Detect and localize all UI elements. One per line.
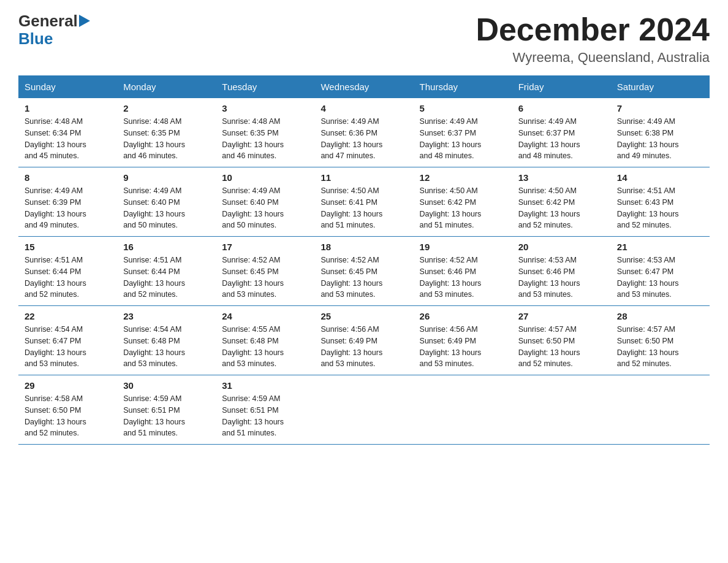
day-number: 16 bbox=[123, 242, 210, 252]
calendar-cell: 27 Sunrise: 4:57 AM Sunset: 6:50 PM Dayl… bbox=[512, 306, 611, 375]
day-info: Sunrise: 4:51 AM Sunset: 6:44 PM Dayligh… bbox=[25, 255, 111, 301]
calendar-cell bbox=[512, 375, 611, 445]
calendar-week-row: 1 Sunrise: 4:48 AM Sunset: 6:34 PM Dayli… bbox=[18, 98, 710, 167]
day-number: 20 bbox=[518, 242, 605, 252]
calendar-cell: 18 Sunrise: 4:52 AM Sunset: 6:45 PM Dayl… bbox=[314, 237, 413, 306]
calendar-cell: 20 Sunrise: 4:53 AM Sunset: 6:46 PM Dayl… bbox=[512, 237, 611, 306]
day-number: 29 bbox=[25, 380, 111, 391]
day-number: 23 bbox=[123, 311, 210, 321]
calendar-header-row: SundayMondayTuesdayWednesdayThursdayFrid… bbox=[18, 75, 710, 98]
day-number: 11 bbox=[320, 172, 407, 183]
day-number: 27 bbox=[518, 311, 605, 321]
calendar-header-friday: Friday bbox=[512, 75, 611, 98]
day-number: 24 bbox=[222, 311, 308, 321]
calendar-cell: 29 Sunrise: 4:58 AM Sunset: 6:50 PM Dayl… bbox=[18, 375, 117, 445]
day-info: Sunrise: 4:54 AM Sunset: 6:47 PM Dayligh… bbox=[25, 324, 111, 370]
day-number: 3 bbox=[222, 103, 308, 113]
day-info: Sunrise: 4:52 AM Sunset: 6:46 PM Dayligh… bbox=[420, 255, 506, 301]
calendar-cell bbox=[414, 375, 512, 445]
day-info: Sunrise: 4:53 AM Sunset: 6:47 PM Dayligh… bbox=[617, 255, 703, 301]
calendar-cell: 10 Sunrise: 4:49 AM Sunset: 6:40 PM Dayl… bbox=[216, 167, 314, 237]
calendar-cell bbox=[314, 375, 413, 445]
day-info: Sunrise: 4:48 AM Sunset: 6:35 PM Dayligh… bbox=[123, 116, 210, 162]
title-area: December 2024 Wyreema, Queensland, Austr… bbox=[476, 12, 710, 66]
calendar-cell: 1 Sunrise: 4:48 AM Sunset: 6:34 PM Dayli… bbox=[18, 98, 117, 167]
day-info: Sunrise: 4:49 AM Sunset: 6:38 PM Dayligh… bbox=[617, 116, 703, 162]
day-number: 26 bbox=[420, 311, 506, 321]
calendar-cell: 24 Sunrise: 4:55 AM Sunset: 6:48 PM Dayl… bbox=[216, 306, 314, 375]
logo-arrow-icon bbox=[79, 15, 90, 27]
location-subtitle: Wyreema, Queensland, Australia bbox=[476, 50, 710, 66]
day-number: 30 bbox=[123, 380, 210, 391]
calendar-cell: 5 Sunrise: 4:49 AM Sunset: 6:37 PM Dayli… bbox=[414, 98, 512, 167]
day-info: Sunrise: 4:49 AM Sunset: 6:40 PM Dayligh… bbox=[123, 185, 210, 231]
calendar-cell: 9 Sunrise: 4:49 AM Sunset: 6:40 PM Dayli… bbox=[117, 167, 216, 237]
calendar-body: 1 Sunrise: 4:48 AM Sunset: 6:34 PM Dayli… bbox=[18, 98, 710, 445]
calendar-cell: 6 Sunrise: 4:49 AM Sunset: 6:37 PM Dayli… bbox=[512, 98, 611, 167]
day-number: 10 bbox=[222, 172, 308, 183]
calendar-week-row: 29 Sunrise: 4:58 AM Sunset: 6:50 PM Dayl… bbox=[18, 375, 710, 445]
day-number: 21 bbox=[617, 242, 703, 252]
calendar-cell: 21 Sunrise: 4:53 AM Sunset: 6:47 PM Dayl… bbox=[611, 237, 710, 306]
day-number: 28 bbox=[617, 311, 703, 321]
calendar-cell: 8 Sunrise: 4:49 AM Sunset: 6:39 PM Dayli… bbox=[18, 167, 117, 237]
day-info: Sunrise: 4:50 AM Sunset: 6:42 PM Dayligh… bbox=[518, 185, 605, 231]
day-info: Sunrise: 4:59 AM Sunset: 6:51 PM Dayligh… bbox=[123, 393, 210, 439]
day-info: Sunrise: 4:50 AM Sunset: 6:42 PM Dayligh… bbox=[420, 185, 506, 231]
day-info: Sunrise: 4:53 AM Sunset: 6:46 PM Dayligh… bbox=[518, 255, 605, 301]
day-number: 8 bbox=[25, 172, 111, 183]
day-info: Sunrise: 4:51 AM Sunset: 6:43 PM Dayligh… bbox=[617, 185, 703, 231]
calendar-cell: 2 Sunrise: 4:48 AM Sunset: 6:35 PM Dayli… bbox=[117, 98, 216, 167]
calendar-cell: 26 Sunrise: 4:56 AM Sunset: 6:49 PM Dayl… bbox=[414, 306, 512, 375]
day-number: 25 bbox=[320, 311, 407, 321]
day-info: Sunrise: 4:56 AM Sunset: 6:49 PM Dayligh… bbox=[420, 324, 506, 370]
calendar-cell: 31 Sunrise: 4:59 AM Sunset: 6:51 PM Dayl… bbox=[216, 375, 314, 445]
calendar-cell: 17 Sunrise: 4:52 AM Sunset: 6:45 PM Dayl… bbox=[216, 237, 314, 306]
day-info: Sunrise: 4:59 AM Sunset: 6:51 PM Dayligh… bbox=[222, 393, 308, 439]
day-info: Sunrise: 4:52 AM Sunset: 6:45 PM Dayligh… bbox=[222, 255, 308, 301]
day-info: Sunrise: 4:57 AM Sunset: 6:50 PM Dayligh… bbox=[518, 324, 605, 370]
calendar-cell: 23 Sunrise: 4:54 AM Sunset: 6:48 PM Dayl… bbox=[117, 306, 216, 375]
calendar-cell: 11 Sunrise: 4:50 AM Sunset: 6:41 PM Dayl… bbox=[314, 167, 413, 237]
calendar-cell: 3 Sunrise: 4:48 AM Sunset: 6:35 PM Dayli… bbox=[216, 98, 314, 167]
day-info: Sunrise: 4:57 AM Sunset: 6:50 PM Dayligh… bbox=[617, 324, 703, 370]
day-number: 7 bbox=[617, 103, 703, 113]
day-number: 18 bbox=[320, 242, 407, 252]
day-number: 22 bbox=[25, 311, 111, 321]
day-number: 14 bbox=[617, 172, 703, 183]
day-info: Sunrise: 4:58 AM Sunset: 6:50 PM Dayligh… bbox=[25, 393, 111, 439]
month-title: December 2024 bbox=[476, 12, 710, 47]
day-info: Sunrise: 4:51 AM Sunset: 6:44 PM Dayligh… bbox=[123, 255, 210, 301]
day-info: Sunrise: 4:50 AM Sunset: 6:41 PM Dayligh… bbox=[320, 185, 407, 231]
calendar-header-wednesday: Wednesday bbox=[314, 75, 413, 98]
day-info: Sunrise: 4:48 AM Sunset: 6:35 PM Dayligh… bbox=[222, 116, 308, 162]
calendar-cell: 12 Sunrise: 4:50 AM Sunset: 6:42 PM Dayl… bbox=[414, 167, 512, 237]
day-number: 4 bbox=[320, 103, 407, 113]
logo: General Blue bbox=[18, 12, 90, 47]
day-number: 31 bbox=[222, 380, 308, 391]
day-number: 17 bbox=[222, 242, 308, 252]
day-info: Sunrise: 4:49 AM Sunset: 6:40 PM Dayligh… bbox=[222, 185, 308, 231]
calendar-header-thursday: Thursday bbox=[414, 75, 512, 98]
day-number: 5 bbox=[420, 103, 506, 113]
calendar-cell: 16 Sunrise: 4:51 AM Sunset: 6:44 PM Dayl… bbox=[117, 237, 216, 306]
logo-general-text: General bbox=[18, 12, 78, 30]
calendar-week-row: 15 Sunrise: 4:51 AM Sunset: 6:44 PM Dayl… bbox=[18, 237, 710, 306]
calendar-week-row: 8 Sunrise: 4:49 AM Sunset: 6:39 PM Dayli… bbox=[18, 167, 710, 237]
day-info: Sunrise: 4:54 AM Sunset: 6:48 PM Dayligh… bbox=[123, 324, 210, 370]
calendar-cell: 13 Sunrise: 4:50 AM Sunset: 6:42 PM Dayl… bbox=[512, 167, 611, 237]
day-info: Sunrise: 4:49 AM Sunset: 6:39 PM Dayligh… bbox=[25, 185, 111, 231]
calendar-header-sunday: Sunday bbox=[18, 75, 117, 98]
day-number: 15 bbox=[25, 242, 111, 252]
calendar-header-tuesday: Tuesday bbox=[216, 75, 314, 98]
page-header: General Blue December 2024 Wyreema, Quee… bbox=[18, 12, 710, 66]
calendar-table: SundayMondayTuesdayWednesdayThursdayFrid… bbox=[18, 75, 710, 445]
day-number: 19 bbox=[420, 242, 506, 252]
calendar-cell: 25 Sunrise: 4:56 AM Sunset: 6:49 PM Dayl… bbox=[314, 306, 413, 375]
calendar-cell: 15 Sunrise: 4:51 AM Sunset: 6:44 PM Dayl… bbox=[18, 237, 117, 306]
calendar-header-monday: Monday bbox=[117, 75, 216, 98]
day-number: 9 bbox=[123, 172, 210, 183]
day-number: 1 bbox=[25, 103, 111, 113]
day-info: Sunrise: 4:56 AM Sunset: 6:49 PM Dayligh… bbox=[320, 324, 407, 370]
day-number: 13 bbox=[518, 172, 605, 183]
